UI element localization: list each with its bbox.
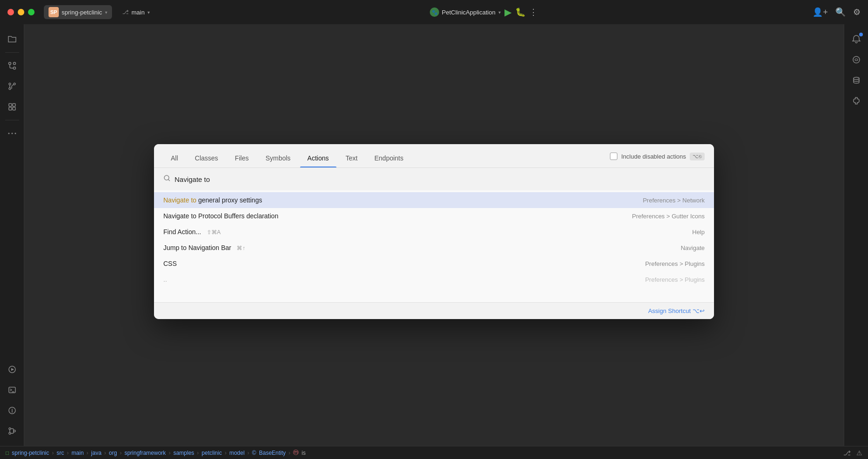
result-row[interactable]: Jump to Navigation Bar ⌘↑ Navigate [154, 240, 714, 256]
svg-point-17 [9, 428, 11, 430]
statusbar-m-icon: ⓜ [293, 449, 299, 457]
result-text-2: Navigate to Protocol Buffers declaration [163, 212, 632, 220]
statusbar-samples[interactable]: samples [173, 450, 194, 456]
sidebar-separator-1 [5, 52, 19, 53]
result-text-5: CSS [163, 260, 645, 267]
statusbar-copyright-icon: © [252, 450, 256, 456]
sidebar-item-git-bottom[interactable] [3, 422, 21, 440]
result-text-4: Jump to Navigation Bar ⌘↑ [163, 244, 681, 251]
add-user-button[interactable]: 👤+ [812, 7, 828, 17]
include-disabled-container: Include disabled actions ⌥⎋ [610, 153, 705, 166]
svg-rect-8 [9, 107, 12, 110]
debug-button[interactable]: 🐛 [515, 7, 525, 17]
statusbar-java[interactable]: java [91, 450, 101, 456]
statusbar-model[interactable]: model [229, 450, 245, 456]
sidebar-item-ai[interactable] [847, 50, 866, 69]
maximize-button[interactable] [28, 9, 35, 15]
result-row[interactable]: Navigate to Protocol Buffers declaration… [154, 208, 714, 224]
tab-symbols[interactable]: Symbols [258, 151, 298, 167]
traffic-lights [7, 9, 35, 15]
svg-marker-14 [11, 368, 14, 371]
statusbar-main[interactable]: main [71, 450, 84, 456]
more-options-button[interactable]: ⋮ [529, 7, 538, 17]
statusbar-springframework[interactable]: springframework [125, 450, 166, 456]
sidebar-item-more[interactable] [3, 124, 21, 143]
result-row[interactable]: .. Preferences > Plugins [154, 271, 714, 287]
result-text-6: .. [163, 276, 645, 283]
sidebar-item-notifications[interactable] [847, 30, 866, 49]
sidebar-item-terminal[interactable] [3, 381, 21, 399]
project-name: spring-petclinic [62, 9, 102, 16]
statusbar-warning-icon[interactable]: ⚠ [856, 449, 862, 457]
svg-point-5 [14, 83, 15, 85]
svg-point-11 [11, 133, 13, 134]
run-button[interactable]: ▶ [504, 7, 511, 18]
svg-point-18 [9, 432, 11, 434]
svg-rect-6 [9, 104, 12, 106]
statusbar-branch-icon[interactable]: ⎇ [843, 449, 851, 457]
svg-rect-7 [13, 104, 15, 106]
result-text-3: Find Action... ⇧⌘A [163, 228, 692, 236]
project-selector[interactable]: SP spring-petclinic ▾ [44, 5, 112, 19]
sidebar-item-git[interactable] [3, 56, 21, 75]
run-config-icon: 🐾 [430, 7, 439, 17]
notification-dot [859, 33, 863, 36]
assign-shortcut-button[interactable]: Assign Shortcut ⌥↩ [648, 307, 705, 314]
run-config-selector[interactable]: 🐾 PetClinicApplication ▾ [430, 7, 501, 17]
dialog-footer: Assign Shortcut ⌥↩ [154, 302, 714, 319]
result-highlight-1: Navigate to [163, 196, 196, 204]
content-area: All Classes Files Symbols Actions Text E… [24, 24, 844, 446]
statusbar-right: ⎇ ⚠ [843, 449, 862, 457]
statusbar-petclinic[interactable]: petclinic [202, 450, 222, 456]
result-location-1: Preferences > Network [643, 197, 705, 204]
svg-point-0 [8, 63, 11, 65]
svg-point-12 [14, 133, 16, 134]
close-button[interactable] [7, 9, 14, 15]
minimize-button[interactable] [18, 9, 24, 15]
svg-point-1 [13, 67, 15, 70]
branch-selector[interactable]: ⎇ main ▾ [118, 7, 154, 18]
search-icon [163, 174, 171, 184]
sidebar-item-folder[interactable] [3, 30, 21, 49]
statusbar-src[interactable]: src [56, 450, 64, 456]
result-location-5: Preferences > Plugins [645, 260, 705, 267]
statusbar-square-icon: □ [6, 450, 9, 456]
tab-classes[interactable]: Classes [188, 151, 226, 167]
sidebar-item-grid[interactable] [3, 97, 21, 116]
tab-actions[interactable]: Actions [300, 151, 336, 167]
settings-button[interactable]: ⚙ [853, 7, 861, 17]
result-row[interactable]: Navigate to general proxy settings Prefe… [154, 192, 714, 208]
titlebar-center: 🐾 PetClinicApplication ▾ ▶ 🐛 ⋮ [160, 7, 807, 18]
branch-icon: ⎇ [122, 9, 129, 15]
branch-chevron-icon: ▾ [147, 10, 150, 15]
dialog-tabs: All Classes Files Symbols Actions Text E… [154, 144, 714, 168]
statusbar-method: is [301, 450, 306, 456]
svg-point-10 [8, 133, 9, 134]
statusbar-baseentity[interactable]: BaseEntity [259, 450, 286, 456]
search-button[interactable]: 🔍 [835, 7, 846, 17]
assign-shortcut-label: Assign Shortcut [648, 307, 691, 314]
svg-point-2 [13, 63, 15, 65]
statusbar-project[interactable]: spring-petclinic [12, 450, 49, 456]
result-row[interactable]: CSS Preferences > Plugins [154, 256, 714, 271]
result-row[interactable]: Find Action... ⇧⌘A Help [154, 224, 714, 240]
sidebar-item-info[interactable] [3, 401, 21, 420]
sidebar-item-run[interactable] [3, 360, 21, 379]
search-input[interactable] [175, 175, 705, 183]
result-shortcut-4: ⌘↑ [237, 245, 245, 251]
tab-all[interactable]: All [163, 151, 186, 167]
branch-name: main [132, 9, 145, 16]
include-disabled-shortcut: ⌥⎋ [690, 153, 705, 160]
titlebar: SP spring-petclinic ▾ ⎇ main ▾ 🐾 PetClin… [0, 0, 868, 24]
include-disabled-checkbox[interactable] [610, 153, 617, 160]
sidebar-item-pull-request[interactable] [3, 77, 21, 96]
tab-files[interactable]: Files [227, 151, 256, 167]
result-location-2: Preferences > Gutter Icons [632, 213, 705, 220]
statusbar-org[interactable]: org [109, 450, 117, 456]
result-text-1: Navigate to general proxy settings [163, 196, 643, 204]
sidebar-item-plugins[interactable] [847, 91, 866, 110]
tab-text[interactable]: Text [338, 151, 365, 167]
tab-endpoints[interactable]: Endpoints [367, 151, 411, 167]
sidebar-item-database[interactable] [847, 71, 866, 90]
sidebar-separator-2 [5, 120, 19, 120]
